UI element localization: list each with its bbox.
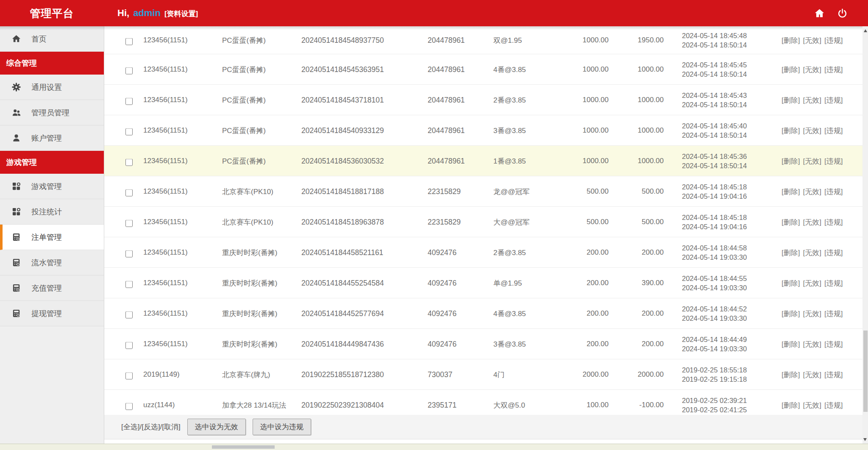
action-violation[interactable]: [违规] xyxy=(824,401,843,409)
sidebar-item-home[interactable]: 首页 xyxy=(0,26,104,52)
row-checkbox[interactable] xyxy=(125,38,133,45)
cell-game: PC蛋蛋(番摊) xyxy=(222,156,266,166)
action-invalid[interactable]: [无效] xyxy=(803,65,821,73)
cell-amount: 500.00 xyxy=(558,218,609,226)
cell-user: 123456(1151) xyxy=(143,126,188,135)
row-checkbox[interactable] xyxy=(125,158,133,166)
action-delete[interactable]: [删除] xyxy=(782,96,800,104)
table-row: 123456(1151)北京赛车(PK10)202405141845188171… xyxy=(104,176,862,207)
cell-result: 200.00 xyxy=(613,340,664,348)
action-violation[interactable]: [违规] xyxy=(824,126,843,134)
action-invalid[interactable]: [无效] xyxy=(803,370,821,378)
row-checkbox[interactable] xyxy=(125,189,133,196)
action-delete[interactable]: [删除] xyxy=(782,340,800,348)
action-violation[interactable]: [违规] xyxy=(824,248,843,256)
action-violation[interactable]: [违规] xyxy=(824,96,843,104)
action-delete[interactable]: [删除] xyxy=(782,65,800,73)
sidebar-item-turnover-management[interactable]: 流水管理 xyxy=(0,250,104,275)
sidebar-item-label: 管理员管理 xyxy=(31,108,70,118)
table-row: 123456(1151)重庆时时彩(番摊)2024051418444984743… xyxy=(104,329,862,359)
row-checkbox[interactable] xyxy=(125,342,133,349)
action-invalid[interactable]: [无效] xyxy=(803,340,821,348)
cell-bet-content: 3番@3.85 xyxy=(493,125,526,135)
sidebar-item-order-management[interactable]: 注单管理 xyxy=(0,225,104,250)
cell-period: 204478961 xyxy=(428,126,465,135)
profile-settings-link[interactable]: [资料设置] xyxy=(164,9,198,19)
action-invalid[interactable]: [无效] xyxy=(803,248,821,256)
sidebar-item-bet-statistics[interactable]: 投注统计 xyxy=(0,199,104,225)
action-violation[interactable]: [违规] xyxy=(824,65,843,73)
row-checkbox[interactable] xyxy=(125,128,133,135)
cell-period: 204478961 xyxy=(428,156,465,165)
sidebar-item-label: 首页 xyxy=(31,34,47,44)
settle-time: 2024-05-14 19:04:16 xyxy=(682,192,747,201)
action-delete[interactable]: [删除] xyxy=(782,187,800,195)
action-invalid[interactable]: [无效] xyxy=(803,309,821,317)
action-invalid[interactable]: [无效] xyxy=(803,279,821,287)
set-violation-button[interactable]: 选中设为违规 xyxy=(253,419,311,435)
cell-actions: [删除][无效][违规] xyxy=(782,125,846,135)
row-checkbox[interactable] xyxy=(125,67,133,74)
cell-amount: 200.00 xyxy=(558,248,609,257)
action-violation[interactable]: [违规] xyxy=(824,340,843,348)
home-icon[interactable] xyxy=(814,8,825,19)
calculator-icon xyxy=(11,308,21,319)
action-invalid[interactable]: [无效] xyxy=(803,157,821,165)
action-invalid[interactable]: [无效] xyxy=(803,96,821,104)
row-checkbox[interactable] xyxy=(125,311,133,318)
action-invalid[interactable]: [无效] xyxy=(803,126,821,134)
cell-bet-content: 大@@冠军 xyxy=(493,217,530,227)
row-checkbox[interactable] xyxy=(125,219,133,227)
sidebar-item-account-management[interactable]: 账户管理 xyxy=(0,125,104,151)
horizontal-scrollbar[interactable] xyxy=(0,444,868,450)
scroll-down-icon[interactable] xyxy=(863,438,867,441)
row-checkbox[interactable] xyxy=(125,372,133,379)
vertical-scrollbar[interactable] xyxy=(862,26,868,444)
sidebar-item-game-management[interactable]: 游戏管理 xyxy=(0,174,104,199)
power-logout-icon[interactable] xyxy=(837,8,848,19)
cell-result: 1000.00 xyxy=(613,96,664,104)
row-checkbox[interactable] xyxy=(125,281,133,288)
action-violation[interactable]: [违规] xyxy=(824,279,843,287)
vertical-scrollbar-thumb[interactable] xyxy=(863,331,868,412)
action-violation[interactable]: [违规] xyxy=(824,36,843,44)
action-invalid[interactable]: [无效] xyxy=(803,218,821,226)
action-delete[interactable]: [删除] xyxy=(782,126,800,134)
table-row: 123456(1151)重庆时时彩(番摊)2024051418445852116… xyxy=(104,237,862,268)
action-delete[interactable]: [删除] xyxy=(782,370,800,378)
cell-actions: [删除][无效][违规] xyxy=(782,339,846,349)
row-checkbox[interactable] xyxy=(125,403,133,410)
action-delete[interactable]: [删除] xyxy=(782,248,800,256)
action-delete[interactable]: [删除] xyxy=(782,157,800,165)
cell-order-no: 20240514184458521161 xyxy=(301,248,383,257)
set-invalid-button[interactable]: 选中设为无效 xyxy=(187,419,246,435)
sidebar-item-general-settings[interactable]: 通用设置 xyxy=(0,75,104,100)
action-invalid[interactable]: [无效] xyxy=(803,36,821,44)
scroll-up-icon[interactable] xyxy=(864,29,867,32)
action-delete[interactable]: [删除] xyxy=(782,279,800,287)
row-checkbox[interactable] xyxy=(125,250,133,257)
action-delete[interactable]: [删除] xyxy=(782,309,800,317)
sidebar-item-admin-management[interactable]: 管理员管理 xyxy=(0,100,104,125)
sidebar-item-withdraw-management[interactable]: 提现管理 xyxy=(0,301,104,326)
action-delete[interactable]: [删除] xyxy=(782,36,800,44)
cell-amount: 200.00 xyxy=(558,309,609,318)
sidebar-item-recharge-management[interactable]: 充值管理 xyxy=(0,275,104,301)
action-violation[interactable]: [违规] xyxy=(824,187,843,195)
cell-period: 4092476 xyxy=(428,278,456,287)
action-violation[interactable]: [违规] xyxy=(824,157,843,165)
action-violation[interactable]: [违规] xyxy=(824,370,843,378)
action-delete[interactable]: [删除] xyxy=(782,401,800,409)
action-invalid[interactable]: [无效] xyxy=(803,401,821,409)
action-invalid[interactable]: [无效] xyxy=(803,187,821,195)
action-delete[interactable]: [删除] xyxy=(782,218,800,226)
action-violation[interactable]: [违规] xyxy=(824,309,843,317)
cell-game: PC蛋蛋(番摊) xyxy=(222,125,266,135)
row-checkbox[interactable] xyxy=(125,97,133,105)
select-all-links[interactable]: [全选]/[反选]/[取消] xyxy=(121,422,181,432)
action-violation[interactable]: [违规] xyxy=(824,218,843,226)
horizontal-scrollbar-thumb[interactable] xyxy=(212,445,275,449)
cell-actions: [删除][无效][违规] xyxy=(782,64,846,74)
cell-user: 123456(1151) xyxy=(143,248,188,257)
calculator-icon xyxy=(11,283,21,293)
